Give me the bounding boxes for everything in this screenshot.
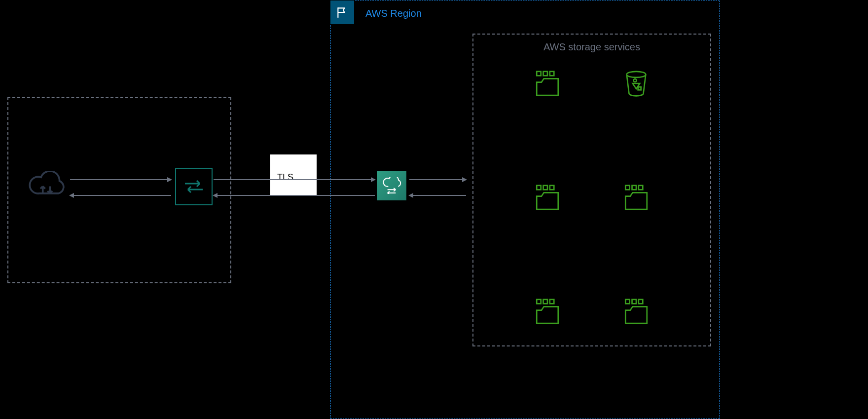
svg-point-3 <box>627 72 646 77</box>
svg-rect-8 <box>550 186 554 190</box>
fsx-icon <box>622 183 651 212</box>
region-label: AWS Region <box>365 8 422 19</box>
svg-rect-10 <box>632 186 636 190</box>
svg-rect-5 <box>638 87 641 90</box>
storage-services-box: AWS storage services <box>472 34 711 346</box>
arrow <box>409 179 466 180</box>
svg-point-4 <box>634 79 637 82</box>
arrow <box>214 179 375 180</box>
datasync-service-icon <box>377 171 406 200</box>
svg-rect-15 <box>625 300 629 304</box>
svg-rect-13 <box>543 300 547 304</box>
fsx-icon <box>533 183 562 212</box>
arrow <box>214 195 375 196</box>
svg-rect-17 <box>639 300 643 304</box>
svg-rect-6 <box>537 186 541 190</box>
svg-rect-1 <box>543 72 547 76</box>
arrow <box>409 195 466 196</box>
tls-label: TLS <box>277 172 293 183</box>
storage-services-label: AWS storage services <box>473 35 710 53</box>
svg-rect-7 <box>543 186 547 190</box>
svg-rect-2 <box>550 72 554 76</box>
svg-rect-16 <box>632 300 636 304</box>
arrow <box>70 195 171 196</box>
storage-services-grid <box>503 69 681 326</box>
svg-rect-11 <box>639 186 643 190</box>
flag-icon <box>330 0 354 24</box>
s3-bucket-icon <box>622 69 651 98</box>
fsx-icon <box>533 69 562 98</box>
arrow <box>70 179 171 180</box>
svg-rect-0 <box>537 72 541 76</box>
fsx-icon <box>533 297 562 326</box>
aws-region-box: AWS Region AWS storage services <box>330 0 720 419</box>
svg-rect-9 <box>625 186 629 190</box>
fsx-icon <box>622 297 651 326</box>
datasync-agent-icon <box>175 168 213 205</box>
tls-label-box: TLS <box>270 154 317 196</box>
svg-rect-12 <box>537 300 541 304</box>
svg-rect-14 <box>550 300 554 304</box>
cloud-sync-icon <box>27 171 66 199</box>
diagram-canvas: AWS Region AWS storage services <box>0 0 868 419</box>
